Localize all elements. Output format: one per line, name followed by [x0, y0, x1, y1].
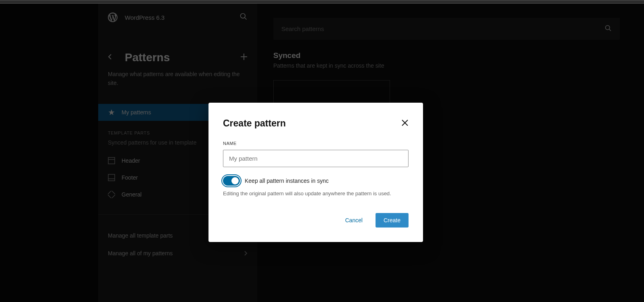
cancel-button[interactable]: Cancel [339, 213, 369, 228]
window-top-strip [0, 0, 644, 4]
sync-toggle[interactable] [223, 176, 240, 186]
modal-title: Create pattern [223, 118, 286, 129]
sync-toggle-label: Keep all pattern instances in sync [245, 178, 329, 184]
modal-actions: Cancel Create [223, 213, 409, 228]
create-button[interactable]: Create [376, 213, 409, 228]
create-pattern-modal: Create pattern NAME Keep all pattern ins… [208, 103, 423, 242]
close-icon [401, 119, 409, 126]
sync-toggle-description: Editing the original pattern will also u… [223, 190, 409, 198]
modal-header: Create pattern [223, 118, 409, 129]
modal-close-button[interactable] [401, 119, 409, 128]
sync-toggle-row: Keep all pattern instances in sync [223, 176, 409, 186]
name-field-label: NAME [223, 141, 409, 146]
pattern-name-input[interactable] [223, 150, 409, 167]
